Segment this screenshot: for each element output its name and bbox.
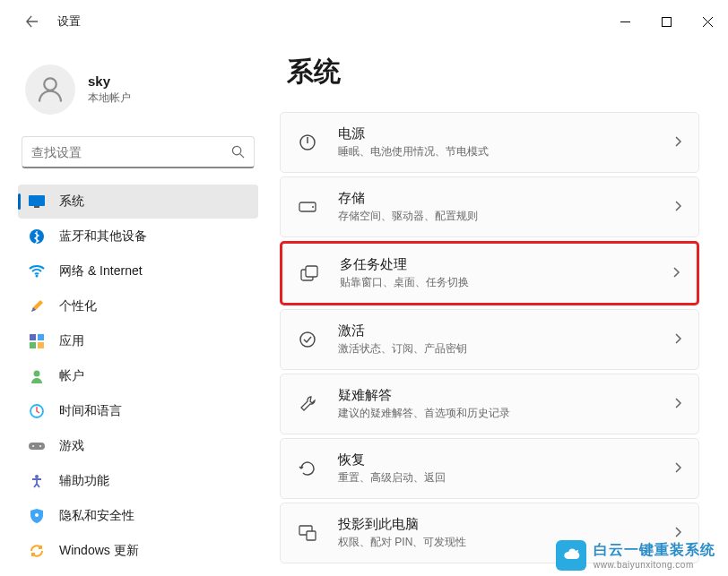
wrench-icon: [297, 393, 318, 415]
sidebar-item-label: 应用: [59, 333, 84, 349]
chevron-right-icon: [675, 525, 682, 541]
sidebar-item-time-language[interactable]: 时间和语言: [18, 394, 258, 428]
check-circle-icon: [297, 329, 318, 350]
clock-globe-icon: [29, 403, 45, 419]
sidebar-item-privacy[interactable]: 隐私和安全性: [18, 499, 258, 533]
svg-rect-13: [29, 443, 45, 450]
profile-name: sky: [88, 73, 131, 89]
maximize-button[interactable]: [646, 4, 687, 39]
card-activation[interactable]: 激活 激活状态、订阅、产品密钥: [280, 309, 699, 370]
bluetooth-icon: [29, 228, 45, 245]
profile-subtitle: 本地帐户: [88, 90, 131, 106]
sidebar-item-label: 个性化: [59, 298, 97, 314]
sidebar-item-label: 隐私和安全性: [59, 508, 134, 524]
svg-rect-4: [34, 206, 39, 208]
card-desc: 重置、高级启动、返回: [338, 470, 675, 486]
sidebar-item-network[interactable]: 网络 & Internet: [18, 254, 258, 288]
sidebar-item-windows-update[interactable]: Windows 更新: [18, 534, 258, 568]
sidebar-item-system[interactable]: 系统: [18, 185, 258, 219]
wifi-icon: [29, 263, 45, 279]
svg-rect-8: [38, 334, 44, 340]
chevron-right-icon: [675, 199, 682, 215]
chevron-right-icon: [675, 331, 682, 348]
card-title: 激活: [338, 322, 675, 340]
shield-icon: [29, 508, 45, 524]
watermark-title: 白云一键重装系统: [594, 541, 715, 560]
sidebar-item-label: 辅助功能: [59, 473, 109, 489]
svg-rect-22: [306, 266, 317, 277]
card-recovery[interactable]: 恢复 重置、高级启动、返回: [280, 438, 699, 499]
card-storage[interactable]: 存储 存储空间、驱动器、配置规则: [280, 176, 699, 237]
card-desc: 睡眠、电池使用情况、节电模式: [338, 144, 675, 159]
profile-section[interactable]: sky 本地帐户: [18, 57, 258, 133]
sidebar-item-label: 网络 & Internet: [59, 263, 143, 279]
search-input[interactable]: [31, 145, 231, 159]
svg-point-15: [39, 445, 41, 447]
minimize-icon: [620, 17, 630, 27]
sidebar-item-personalization[interactable]: 个性化: [18, 289, 258, 323]
display-icon: [29, 193, 45, 210]
card-title: 电源: [338, 125, 675, 142]
watermark-url: www.baiyunxitong.com: [594, 560, 715, 570]
bird-icon: [562, 546, 580, 564]
card-troubleshoot[interactable]: 疑难解答 建议的疑难解答、首选项和历史记录: [280, 374, 699, 434]
person-icon: [34, 73, 66, 106]
sidebar-item-label: 游戏: [59, 438, 84, 454]
avatar: [25, 64, 75, 115]
account-icon: [29, 368, 45, 384]
power-icon: [297, 132, 318, 153]
sidebar-item-accounts[interactable]: 帐户: [18, 359, 258, 393]
sidebar-item-accessibility[interactable]: 辅助功能: [18, 464, 258, 498]
minimize-button[interactable]: [604, 4, 646, 39]
svg-point-11: [34, 371, 40, 377]
close-icon: [703, 17, 713, 27]
multitask-icon: [299, 262, 320, 284]
accessibility-icon: [29, 473, 45, 489]
svg-point-20: [312, 206, 314, 208]
svg-rect-25: [307, 531, 316, 540]
card-title: 疑难解答: [338, 387, 675, 404]
chevron-right-icon: [675, 134, 682, 150]
recovery-icon: [297, 458, 318, 479]
chevron-right-icon: [675, 396, 682, 412]
watermark: 白云一键重装系统 www.baiyunxitong.com: [556, 540, 715, 571]
card-multitasking[interactable]: 多任务处理 贴靠窗口、桌面、任务切换: [280, 241, 699, 305]
svg-point-17: [35, 513, 39, 517]
svg-rect-10: [38, 342, 44, 348]
svg-point-23: [300, 332, 315, 347]
app-title: 设置: [57, 13, 81, 30]
search-icon: [231, 145, 245, 159]
storage-icon: [297, 196, 318, 218]
brush-icon: [29, 298, 45, 314]
watermark-logo: [556, 540, 586, 571]
page-title: 系统: [287, 54, 699, 90]
chevron-right-icon: [675, 460, 682, 477]
maximize-icon: [662, 17, 672, 27]
card-title: 存储: [338, 190, 675, 207]
svg-point-14: [32, 445, 34, 447]
svg-rect-7: [30, 334, 36, 340]
card-desc: 存储空间、驱动器、配置规则: [338, 209, 675, 224]
svg-rect-0: [662, 17, 671, 26]
sidebar: sky 本地帐户 系统 蓝牙和其他设备 网络 & Internet 个性化 应用: [0, 43, 269, 576]
project-icon: [297, 522, 318, 544]
sidebar-item-gaming[interactable]: 游戏: [18, 429, 258, 463]
card-title: 投影到此电脑: [338, 516, 675, 533]
card-power[interactable]: 电源 睡眠、电池使用情况、节电模式: [280, 112, 699, 173]
apps-icon: [29, 333, 45, 349]
svg-rect-9: [30, 342, 36, 348]
sidebar-item-bluetooth[interactable]: 蓝牙和其他设备: [18, 219, 258, 254]
close-button[interactable]: [687, 4, 728, 39]
back-button[interactable]: [14, 4, 50, 39]
svg-point-6: [36, 275, 39, 278]
svg-rect-3: [29, 195, 45, 206]
gamepad-icon: [29, 438, 45, 454]
sidebar-item-apps[interactable]: 应用: [18, 324, 258, 358]
chevron-right-icon: [673, 265, 680, 281]
card-desc: 激活状态、订阅、产品密钥: [338, 341, 675, 357]
sidebar-item-label: 蓝牙和其他设备: [59, 228, 147, 245]
svg-point-2: [232, 146, 240, 154]
sidebar-item-label: 系统: [59, 193, 84, 210]
search-box[interactable]: [22, 136, 255, 168]
card-desc: 建议的疑难解答、首选项和历史记录: [338, 406, 675, 421]
